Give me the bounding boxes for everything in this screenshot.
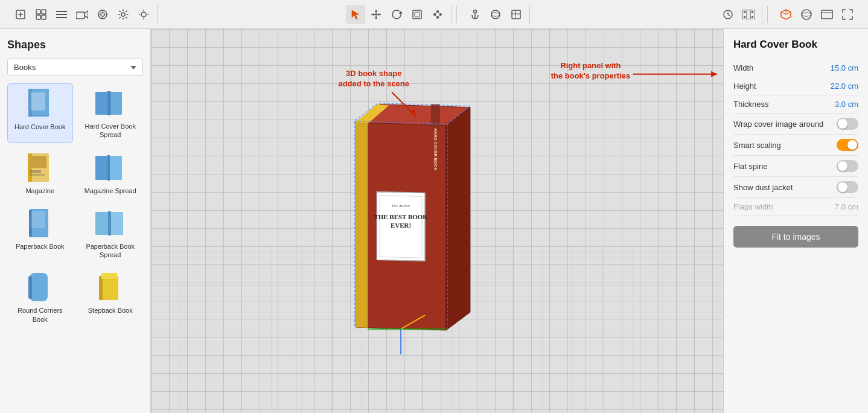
magazine-icon [24, 152, 56, 184]
wrap-cover-row: Wrap cover image around [733, 114, 858, 135]
svg-point-41 [474, 10, 477, 13]
svg-marker-26 [375, 10, 377, 12]
svg-rect-71 [95, 92, 109, 115]
svg-point-19 [141, 12, 146, 17]
orbit-tool-button[interactable] [486, 5, 505, 24]
svg-rect-31 [413, 10, 421, 19]
sun-button[interactable] [134, 5, 153, 24]
thickness-value: 3.0 cm [835, 100, 858, 109]
window-button[interactable] [817, 5, 837, 24]
hardcover-spread-label: Hard Cover Book Spread [81, 122, 140, 139]
scale-tool-button[interactable] [407, 5, 427, 24]
shape-item-hardcover-book[interactable]: Hard Cover Book [7, 83, 73, 143]
svg-rect-82 [107, 155, 110, 181]
shape-item-paperback-spread[interactable]: Paperback Book Spread [78, 203, 144, 263]
svg-point-13 [101, 13, 104, 16]
flaps-width-value: 7.0 cm [835, 202, 858, 211]
hardcover-book-label: Hard Cover Book [14, 123, 65, 131]
shape-item-stepback[interactable]: Stepback Book [78, 267, 144, 327]
svg-rect-73 [107, 91, 110, 115]
fit-to-images-button[interactable]: Fit to images [733, 226, 858, 248]
wrap-cover-label: Wrap cover image around [733, 120, 823, 129]
svg-rect-6 [42, 15, 46, 19]
menu-button[interactable] [52, 5, 71, 24]
svg-marker-29 [378, 13, 381, 16]
divider2 [767, 6, 768, 23]
svg-rect-87 [110, 212, 123, 235]
svg-rect-52 [744, 11, 745, 13]
svg-marker-27 [375, 17, 377, 19]
camera-button[interactable] [72, 5, 92, 24]
rotate-tool-button[interactable] [387, 5, 406, 24]
svg-rect-10 [76, 12, 85, 19]
svg-rect-5 [36, 15, 40, 19]
flat-spine-label: Flat spine [733, 162, 767, 171]
show-dust-jacket-toggle[interactable] [837, 181, 858, 193]
svg-rect-93 [101, 273, 117, 279]
svg-point-62 [802, 10, 811, 19]
show-dust-jacket-row: Show dust jacket [733, 177, 858, 198]
svg-rect-53 [752, 11, 753, 13]
main-layout: Shapes Books Magazines Other [0, 29, 868, 413]
svg-rect-91 [100, 276, 118, 300]
shape-item-round-corners[interactable]: Round Corners Book [7, 267, 73, 327]
right-panel: Hard Cover Book Width 15.0 cm Height 22.… [723, 29, 868, 413]
canvas-area[interactable]: HARD COVER BOOK The Author THE BEST BOOK… [151, 29, 723, 413]
select-tool-button[interactable] [346, 5, 365, 24]
toolbar-right-group [715, 5, 762, 24]
thickness-row: Thickness 3.0 cm [733, 95, 858, 114]
svg-point-44 [491, 13, 500, 16]
stepback-label: Stepback Book [88, 306, 133, 315]
clock-button[interactable] [718, 5, 738, 24]
shape-item-paperback[interactable]: Paperback Book [7, 203, 73, 263]
sidebar-title: Shapes [7, 39, 143, 51]
shape-item-magazine[interactable]: Magazine [7, 148, 73, 199]
add-button[interactable] [11, 5, 30, 24]
width-row: Width 15.0 cm [733, 59, 858, 77]
grid-button[interactable] [31, 5, 51, 24]
svg-line-60 [781, 12, 786, 14]
svg-line-50 [728, 14, 730, 16]
face-tool-button[interactable] [506, 5, 526, 24]
svg-rect-55 [752, 16, 753, 18]
3d-cube-button[interactable] [776, 5, 796, 24]
svg-rect-89 [30, 273, 48, 301]
wrap-cover-toggle[interactable] [837, 118, 858, 130]
hardcover-book-icon [24, 88, 56, 120]
svg-rect-4 [42, 10, 46, 14]
height-value: 22.0 cm [831, 82, 858, 91]
shape-item-hardcover-spread[interactable]: Hard Cover Book Spread [78, 83, 144, 143]
sphere-button[interactable] [797, 5, 816, 24]
svg-rect-92 [99, 276, 103, 300]
anchor-tool-button[interactable] [465, 5, 485, 24]
magazine-spread-label: Magazine Spread [85, 187, 136, 195]
paperback-label: Paperback Book [16, 242, 65, 251]
move-tool-button[interactable] [366, 5, 386, 24]
sidebar: Shapes Books Magazines Other [0, 29, 151, 413]
svg-rect-45 [512, 10, 520, 19]
panel-title: Hard Cover Book [733, 39, 858, 51]
svg-rect-32 [415, 12, 420, 17]
smart-scaling-row: Smart scaling [733, 135, 858, 156]
svg-rect-80 [95, 156, 109, 180]
paperback-spread-label: Paperback Book Spread [81, 242, 140, 260]
film-button[interactable] [739, 5, 758, 24]
smart-scaling-toggle[interactable] [837, 139, 858, 151]
svg-rect-85 [31, 211, 45, 228]
vertices-tool-button[interactable] [428, 5, 447, 24]
toolbar-right-group2 [773, 5, 861, 24]
stepback-icon [94, 271, 127, 304]
round-corners-label: Round Corners Book [11, 306, 69, 324]
flat-spine-row: Flat spine [733, 156, 858, 177]
category-dropdown[interactable]: Books Magazines Other [7, 59, 143, 76]
target-button[interactable] [93, 5, 112, 24]
svg-rect-64 [822, 10, 832, 19]
settings-button[interactable] [113, 5, 133, 24]
expand-button[interactable] [838, 5, 857, 24]
height-label: Height [733, 82, 756, 91]
svg-rect-81 [109, 156, 122, 180]
shape-item-magazine-spread[interactable]: Magazine Spread [78, 148, 144, 199]
width-label: Width [733, 63, 753, 72]
flat-spine-toggle[interactable] [837, 160, 858, 172]
svg-rect-79 [30, 174, 45, 176]
